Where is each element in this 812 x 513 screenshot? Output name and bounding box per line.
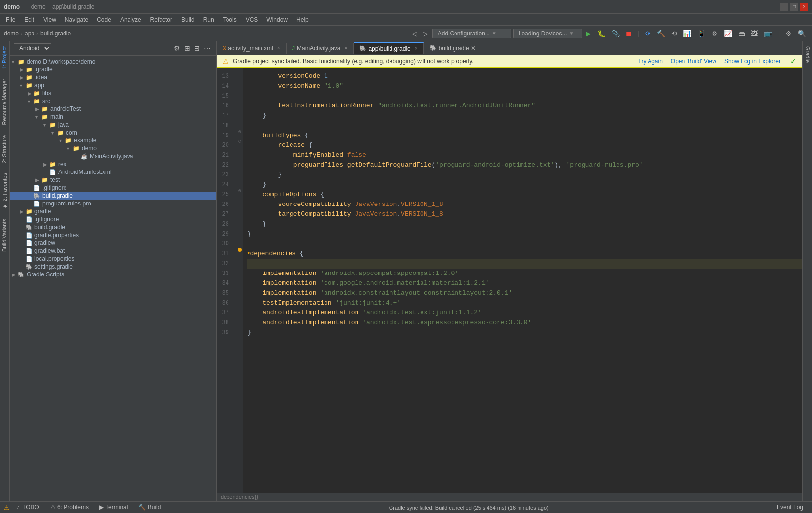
tree-item-com[interactable]: ▾ 📁 com [10,129,216,137]
tree-item-example[interactable]: ▾ 📁 example [10,137,216,144]
layout-inspector-button[interactable]: 🖼 [749,29,760,38]
tree-item-build-gradle-root[interactable]: ▶ 🐘 build.gradle [10,223,216,231]
tree-item-gradlew[interactable]: ▶ 📄 gradlew [10,239,216,247]
menu-tools[interactable]: Tools [219,15,241,24]
fold-19-icon[interactable]: ⊖ [236,129,243,135]
tab-terminal[interactable]: ▶ Terminal [95,503,132,513]
minimize-button[interactable]: – [780,3,788,11]
menu-file[interactable]: File [2,15,19,24]
attach-debugger-button[interactable]: 📎 [610,29,622,38]
tree-item-gradle-root[interactable]: ▶ 📁 gradle [10,207,216,215]
tree-item-gradlew-bat[interactable]: ▶ 📄 gradlew.bat [10,247,216,255]
search-icon-button[interactable]: 🔍 [796,29,808,38]
project-expand-button[interactable]: ⊞ [183,44,192,53]
tab-problems[interactable]: ⚠ 6: Problems [45,503,94,513]
event-log-button[interactable]: Event Log [772,503,808,513]
menu-analyze[interactable]: Analyze [116,15,145,24]
tab-close-mainactivity[interactable]: × [345,45,348,51]
tree-item-gradle-scripts[interactable]: ▶ 🐘 Gradle Scripts [10,271,216,278]
tab-close-activity[interactable]: × [277,45,280,51]
tree-item-libs[interactable]: ▶ 📁 libs [10,89,216,97]
tree-item-gitignore-app[interactable]: ▶ 📄 .gitignore [10,184,216,192]
code-editor[interactable]: 13 14 15 16 17 18 19 20 21 22 23 24 25 2… [217,68,802,493]
menu-refactor[interactable]: Refactor [146,15,176,24]
rebuild-button[interactable]: ⟲ [669,29,679,38]
maximize-button[interactable]: □ [790,3,798,11]
build-button[interactable]: 🔨 [655,29,667,38]
back-button[interactable]: ◁ [410,29,419,38]
tree-item-idea-dir[interactable]: ▶ 📁 .idea [10,73,216,81]
menu-help[interactable]: Help [292,15,313,24]
tree-item-demo-sub[interactable]: ▾ 📁 demo [10,144,216,152]
left-tab-favorites[interactable]: ★ 2: Favorites [0,168,9,214]
tree-item-settings-gradle[interactable]: ▶ 🐘 settings.gradle [10,263,216,271]
menu-build[interactable]: Build [177,15,198,24]
emulator-button[interactable]: 📺 [762,29,774,38]
tab-build-gradle[interactable]: 🐘 build.gradle ✕ [424,43,482,54]
tab-close-app-gradle[interactable]: × [415,46,418,51]
tree-item-gitignore-root[interactable]: ▶ 📄 .gitignore [10,215,216,223]
debug-button[interactable]: 🐛 [595,29,608,38]
avd-manager-button[interactable]: 📱 [695,29,708,38]
tree-item-local-properties[interactable]: ▶ 📄 local.properties [10,255,216,263]
tree-item-main[interactable]: ▾ 📁 main [10,113,216,121]
try-again-button[interactable]: Try Again [636,58,665,65]
left-tab-resource-manager[interactable]: Resource Manager [0,74,9,130]
left-tab-structure[interactable]: 2: Structure [0,130,9,168]
tree-item-gradle-properties[interactable]: ▶ 📄 gradle.properties [10,231,216,239]
profiler-button[interactable]: 📈 [722,29,734,38]
project-collapse-button[interactable]: ⊟ [193,44,201,53]
left-tab-build-variants[interactable]: Build Variants [0,214,9,257]
tree-item-demo-root[interactable]: ▾ 📁 demo D:\workspace\demo [10,58,216,66]
fold-20-icon[interactable]: ⊖ [236,138,243,144]
menu-window[interactable]: Window [262,15,292,24]
tree-item-gradle-dir[interactable]: ▶ 📁 .gradle [10,66,216,73]
warning-dot-31[interactable] [238,248,242,252]
project-view-dropdown[interactable]: Android Project [14,43,51,53]
project-more-button[interactable]: ⋯ [202,44,212,53]
open-build-view-button[interactable]: Open 'Build' View [669,58,718,65]
breadcrumb-item[interactable]: dependencies{} [221,494,258,500]
tree-item-test[interactable]: ▶ 📁 test [10,176,216,184]
tab-build[interactable]: 🔨 Build [133,503,165,513]
sdk-manager-button[interactable]: ⚙ [710,29,720,38]
gradle-panel-tab[interactable]: Gradle [803,41,812,68]
tree-label: MainActivity.java [90,153,133,160]
menu-navigate[interactable]: Navigate [61,15,92,24]
fold-25-icon[interactable]: ⊖ [236,188,243,194]
tree-item-androidmanifest[interactable]: ▶ 📄 AndroidManifest.xml [10,168,216,176]
menu-view[interactable]: View [39,15,60,24]
menu-vcs[interactable]: VCS [242,15,262,24]
loading-devices-dropdown[interactable]: Loading Devices... ▼ [513,29,582,38]
close-button[interactable]: × [800,3,808,11]
analyze-button[interactable]: 📊 [681,29,693,38]
tab-mainactivity-java[interactable]: J MainActivity.java × [287,43,354,54]
tab-activity-main-xml[interactable]: X activity_main.xml × [217,43,287,54]
tab-app-build-gradle[interactable]: 🐘 app\build.gradle × [354,42,423,54]
left-tab-project[interactable]: 1: Project [0,41,9,74]
tree-item-res[interactable]: ▶ 📁 res [10,160,216,168]
tree-item-app-dir[interactable]: ▾ 📁 app [10,81,216,89]
code-line-18 [247,121,802,131]
stop-button[interactable]: ◼ [624,29,634,38]
code-content[interactable]: versionCode 1 versionName "1.0" testInst… [243,68,802,493]
sync-status-text: Gradle sync failed: Build cancelled (25 … [389,505,549,511]
tree-item-src[interactable]: ▾ 📁 src [10,97,216,105]
run-button[interactable]: ▶ [584,29,593,38]
tree-item-androidtest[interactable]: ▶ 📁 androidTest [10,105,216,113]
run-config-dropdown[interactable]: Add Configuration... ▼ [432,29,511,38]
tab-todo[interactable]: ☑ TODO [10,503,44,513]
show-log-in-explorer-button[interactable]: Show Log in Explorer [722,58,782,65]
tree-item-build-gradle-app[interactable]: ▶ 🐘 build.gradle [10,192,216,200]
sync-button[interactable]: ⟳ [643,29,653,38]
project-settings-icon-button[interactable]: ⚙ [172,44,182,53]
tree-item-proguard[interactable]: ▶ 📄 proguard-rules.pro [10,200,216,207]
database-inspector-button[interactable]: 🗃 [736,29,747,38]
settings-icon-button[interactable]: ⚙ [783,29,794,38]
menu-code[interactable]: Code [93,15,115,24]
tree-item-mainactivity-java[interactable]: ▶ ☕ MainActivity.java [10,152,216,160]
forward-button[interactable]: ▷ [421,29,430,38]
menu-edit[interactable]: Edit [20,15,38,24]
menu-run[interactable]: Run [199,15,218,24]
tree-item-java[interactable]: ▾ 📁 java [10,121,216,129]
